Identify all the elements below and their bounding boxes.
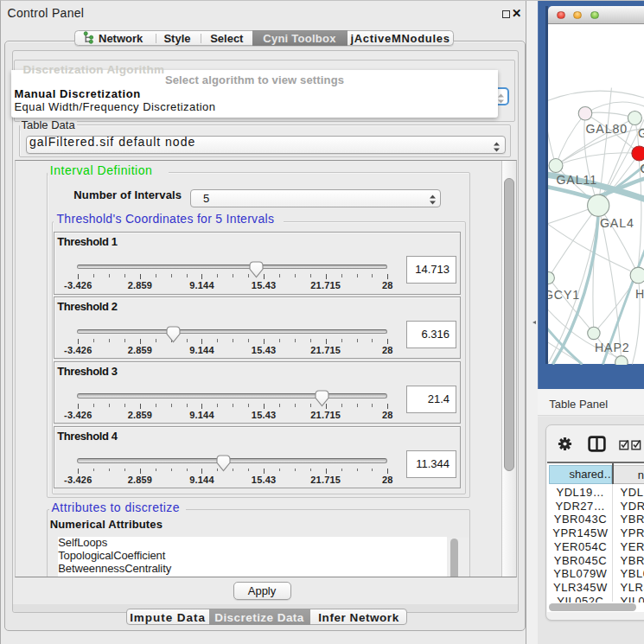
- svg-text:HAP2: HAP2: [594, 341, 629, 354]
- svg-text:GAL80: GAL80: [585, 122, 628, 136]
- svg-text:CR: CR: [640, 162, 644, 175]
- svg-text:GCY1: GCY1: [548, 288, 580, 302]
- svg-text:HI: HI: [634, 287, 644, 301]
- svg-text:GAL4: GAL4: [599, 216, 634, 230]
- svg-text:GAL11: GAL11: [556, 173, 597, 187]
- svg-text:GAL7: GAL7: [637, 126, 644, 140]
